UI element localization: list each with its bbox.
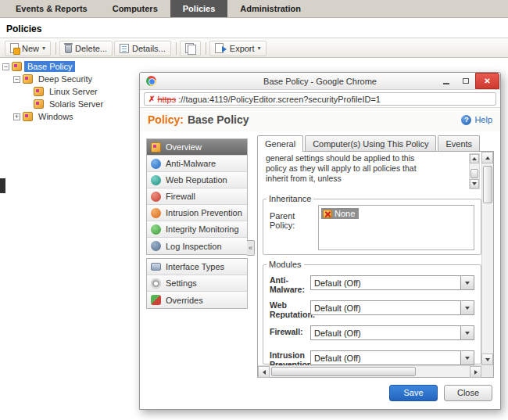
description-scrollbar[interactable] bbox=[469, 153, 480, 189]
intrusion-prevention-select[interactable]: Default (Off) bbox=[310, 350, 474, 365]
scroll-up-icon[interactable] bbox=[481, 152, 493, 163]
policy-icon bbox=[34, 87, 44, 96]
minimize-button[interactable] bbox=[436, 73, 456, 89]
sidebar-collapse-handle[interactable]: « bbox=[247, 240, 255, 256]
log-inspection-icon bbox=[151, 241, 161, 251]
policy-icon bbox=[12, 62, 22, 71]
sidebar-item-overview[interactable]: Overview bbox=[147, 139, 247, 156]
policy-editor-header: Policy: Base Policy ? Help bbox=[140, 108, 500, 131]
tab-events[interactable]: Events bbox=[438, 135, 480, 151]
sidebar-item-label: Firewall bbox=[166, 192, 195, 201]
sidebar-item-label: Integrity Monitoring bbox=[166, 224, 239, 234]
scrollbar-thumb[interactable] bbox=[271, 367, 416, 376]
help-link[interactable]: ? Help bbox=[461, 115, 492, 125]
sidebar-item-interface-types[interactable]: Interface Types bbox=[147, 259, 247, 275]
dropdown-arrow-icon[interactable] bbox=[460, 326, 474, 339]
no-policy-icon bbox=[323, 210, 332, 218]
firewall-select[interactable]: Default (Off) bbox=[310, 325, 474, 340]
parent-policy-value[interactable]: None bbox=[321, 208, 359, 219]
anti-malware-select[interactable]: Default (Off) bbox=[310, 275, 474, 290]
scroll-right-icon[interactable] bbox=[470, 366, 481, 378]
export-button[interactable]: Export ▾ bbox=[209, 41, 267, 56]
dropdown-arrow-icon[interactable] bbox=[460, 351, 474, 364]
maximize-button[interactable] bbox=[456, 73, 475, 89]
url-field[interactable]: ✗ https ://tagua:4119/PolicyEditor.scree… bbox=[144, 92, 496, 106]
web-reputation-icon bbox=[151, 175, 161, 185]
select-value: Default (Off) bbox=[311, 354, 460, 363]
nav-tab-events-reports[interactable]: Events & Reports bbox=[3, 0, 100, 17]
new-button[interactable]: New ▾ bbox=[5, 41, 51, 56]
help-label: Help bbox=[474, 115, 492, 124]
dropdown-arrow-icon[interactable] bbox=[460, 276, 474, 289]
horizontal-scrollbar[interactable] bbox=[258, 365, 481, 377]
delete-button[interactable]: Delete... bbox=[59, 41, 113, 56]
duplicate-button[interactable] bbox=[180, 41, 201, 56]
tree-row: Solaris Server bbox=[24, 98, 138, 110]
policy-sidebar-secondary: Interface Types Settings Overrides bbox=[146, 258, 248, 309]
scroll-down-icon[interactable] bbox=[470, 179, 479, 188]
tree-row: Linux Server bbox=[24, 85, 138, 98]
vertical-scrollbar[interactable] bbox=[481, 152, 493, 365]
integrity-monitoring-icon bbox=[151, 224, 161, 235]
sidebar-item-log-inspection[interactable]: Log Inspection bbox=[147, 238, 247, 254]
duplicate-icon bbox=[185, 43, 195, 54]
select-value: Default (Off) bbox=[311, 303, 460, 313]
tree-row: − Deep Security bbox=[13, 73, 138, 85]
nav-tab-computers[interactable]: Computers bbox=[100, 0, 170, 17]
scrollbar-thumb[interactable] bbox=[483, 166, 492, 203]
nav-tab-administration[interactable]: Administration bbox=[227, 0, 313, 17]
module-row-web-reputation: Web Reputation: Default (Off) bbox=[263, 300, 481, 321]
tab-computers-using-this-policy[interactable]: Computer(s) Using This Policy bbox=[305, 135, 436, 151]
ssl-error-icon: ✗ bbox=[148, 95, 155, 103]
policy-header-name: Base Policy bbox=[188, 113, 249, 126]
minimize-icon bbox=[443, 83, 449, 84]
save-button[interactable]: Save bbox=[389, 385, 438, 401]
dropdown-arrow-icon[interactable] bbox=[460, 301, 474, 314]
tree-item-windows[interactable]: Windows bbox=[35, 111, 77, 122]
interface-types-icon bbox=[151, 263, 161, 271]
select-value: Default (Off) bbox=[311, 278, 460, 288]
nav-tab-policies[interactable]: Policies bbox=[170, 0, 228, 17]
firewall-label: Firewall: bbox=[270, 327, 309, 336]
tree-item-base-policy[interactable]: Base Policy bbox=[24, 61, 75, 72]
tree-collapse-icon[interactable]: − bbox=[2, 63, 9, 70]
sidebar-item-intrusion-prevention[interactable]: Intrusion Prevention bbox=[147, 205, 247, 221]
select-value: Default (Off) bbox=[311, 328, 460, 338]
policy-icon bbox=[34, 99, 44, 109]
scroll-up-icon[interactable] bbox=[470, 154, 479, 163]
sidebar-item-label: Web Reputation bbox=[166, 175, 227, 185]
window-titlebar[interactable]: Base Policy - Google Chrome ✕ bbox=[140, 73, 500, 90]
close-window-button[interactable]: ✕ bbox=[475, 73, 499, 89]
scrollbar-thumb[interactable] bbox=[470, 169, 478, 178]
tree-item-solaris-server[interactable]: Solaris Server bbox=[46, 99, 106, 109]
maximize-icon bbox=[463, 78, 469, 84]
scroll-down-icon[interactable] bbox=[481, 354, 493, 365]
tree-row: + Windows bbox=[13, 110, 138, 123]
parent-policy-box[interactable]: None bbox=[318, 205, 474, 250]
module-row-anti-malware: Anti-Malware: Default (Off) bbox=[263, 275, 481, 296]
scroll-left-icon[interactable] bbox=[258, 366, 270, 378]
sidebar-item-overrides[interactable]: Overrides bbox=[147, 292, 247, 308]
tree-collapse-icon[interactable]: − bbox=[13, 76, 20, 83]
inheritance-legend: Inheritance bbox=[267, 194, 313, 203]
left-pane-collapse-handle[interactable] bbox=[0, 178, 5, 193]
details-button[interactable]: Details... bbox=[114, 41, 171, 56]
policy-tree: − Base Policy − Deep Security Linux Serv… bbox=[2, 60, 138, 123]
tree-expand-icon[interactable]: + bbox=[13, 113, 20, 120]
tree-item-deep-security[interactable]: Deep Security bbox=[35, 74, 95, 84]
url-scheme: https bbox=[157, 95, 176, 104]
sidebar-item-settings[interactable]: Settings bbox=[147, 275, 247, 292]
toolbar: New ▾ Delete... Details... Export ▾ bbox=[0, 39, 508, 58]
tab-general[interactable]: General bbox=[257, 135, 303, 152]
close-button[interactable]: Close bbox=[444, 385, 492, 401]
sidebar-item-anti-malware[interactable]: Anti-Malware bbox=[147, 156, 247, 172]
web-reputation-select[interactable]: Default (Off) bbox=[310, 300, 474, 315]
tree-item-linux-server[interactable]: Linux Server bbox=[46, 86, 101, 97]
sidebar-item-label: Overview bbox=[166, 142, 202, 152]
sidebar-item-integrity-monitoring[interactable]: Integrity Monitoring bbox=[147, 221, 247, 238]
toolbar-separator bbox=[55, 42, 56, 55]
top-navigation: Events & Reports Computers Policies Admi… bbox=[0, 0, 508, 18]
sidebar-item-web-reputation[interactable]: Web Reputation bbox=[147, 172, 247, 188]
content-tab-strip: General Computer(s) Using This Policy Ev… bbox=[257, 135, 480, 152]
sidebar-item-firewall[interactable]: Firewall bbox=[147, 188, 247, 205]
